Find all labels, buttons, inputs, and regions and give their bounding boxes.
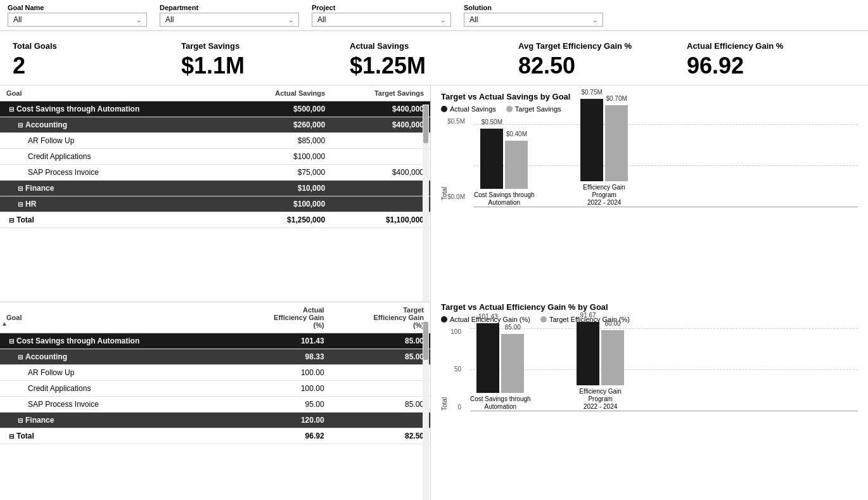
gridline-bottom <box>474 207 858 207</box>
bars-1: $0.75M$0.70M <box>580 99 628 181</box>
bar-1-1: $0.70M <box>605 105 628 181</box>
table-row[interactable]: ⊟Total $1,250,000 $1,100,000 <box>0 212 430 228</box>
cell-name: ⊟Total <box>0 428 231 444</box>
filter-select-2[interactable]: All ⌄ <box>312 13 451 27</box>
cell-actual-eff: 120.00 <box>231 413 330 428</box>
bar2-1-1: 80.00 <box>601 330 624 385</box>
bar2-0-1: 85.00 <box>501 334 524 393</box>
table-row[interactable]: ⊟HR $100,000 <box>0 196 430 212</box>
chart2-bars: 101.4385.00Cost Savings throughAutomatio… <box>470 328 858 411</box>
filter-select-0[interactable]: All ⌄ <box>8 13 147 27</box>
cell-name: ⊟Cost Savings through Automation <box>0 333 231 349</box>
expand-icon: ⊟ <box>9 106 14 113</box>
table-row[interactable]: ⊟Finance 120.00 <box>0 413 430 428</box>
table-row[interactable]: AR Follow Up $85,000 <box>0 132 430 148</box>
expand-icon: ⊟ <box>18 201 23 208</box>
bar-1-0: $0.75M <box>580 99 603 181</box>
scroll-indicator-2[interactable] <box>423 321 429 500</box>
bar2-label-top: 80.00 <box>605 320 621 327</box>
cell-actual: $260,000 <box>232 117 331 132</box>
bar2-group-label-0: Cost Savings throughAutomation <box>470 395 531 411</box>
cell-target-eff: 85.00 <box>331 349 430 365</box>
cell-name: ⊟Accounting <box>0 117 232 132</box>
scroll-indicator-1[interactable] <box>423 105 429 302</box>
legend-dot-0 <box>441 106 447 112</box>
filter-bar: Goal Name All ⌄ Department All ⌄ Project… <box>0 0 868 31</box>
legend-label-1: Target Savings <box>515 105 561 113</box>
cell-actual: $85,000 <box>232 132 331 148</box>
table-row[interactable]: ⊟Total 96.92 82.50 <box>0 428 430 444</box>
cell-target-eff: 82.50 <box>331 428 430 444</box>
y-label-05m: $0.5M <box>442 118 465 125</box>
table-row[interactable]: ⊟Accounting 98.33 85.00 <box>0 349 430 365</box>
kpi-row: Total Goals 2 Target Savings $1.1M Actua… <box>0 31 868 86</box>
col-actual-savings: Actual Savings <box>232 86 331 101</box>
cell-actual: $75,000 <box>232 164 331 180</box>
table-row[interactable]: AR Follow Up 100.00 <box>0 365 430 381</box>
cell-actual: $1,250,000 <box>232 212 331 228</box>
bar2-group-1: 91.6780.00Efficiency Gain Program2022 - … <box>569 322 632 411</box>
bar-label-top: $0.40M <box>506 131 527 138</box>
left-panel: Goal Actual Savings Target Savings ⊟Cost… <box>0 86 431 500</box>
cell-target-eff <box>331 413 430 428</box>
bar-group-1: $0.75M$0.70MEfficiency Gain Program2022 … <box>573 99 636 207</box>
table-row[interactable]: SAP Process Invoice 95.00 85.00 <box>0 397 430 413</box>
chart2-legend: Actual Efficiency Gain (%)Target Efficie… <box>441 316 858 323</box>
kpi-value-4: 96.92 <box>687 53 744 79</box>
bar2-label-top: 85.00 <box>505 324 521 331</box>
filter-select-1[interactable]: All ⌄ <box>160 13 299 27</box>
scroll-thumb-1[interactable] <box>423 105 428 143</box>
chart1-bars: $0.50M$0.40MCost Savings throughAutomati… <box>474 124 858 207</box>
chevron-down-icon-1: ⌄ <box>288 16 293 23</box>
filter-value-2: All <box>317 15 326 24</box>
expand-icon: ⊟ <box>9 217 14 224</box>
cell-target-eff: 85.00 <box>331 397 430 413</box>
gridline2-bottom <box>470 411 858 411</box>
cell-name: AR Follow Up <box>0 365 231 381</box>
cell-name: ⊟Accounting <box>0 349 231 365</box>
filter-select-3[interactable]: All ⌄ <box>464 13 603 27</box>
savings-table-section: Goal Actual Savings Target Savings ⊟Cost… <box>0 86 430 303</box>
chart2-y-title: Total <box>441 360 448 411</box>
bar2-0-0: 101.43 <box>476 323 499 393</box>
cell-target: $1,100,000 <box>331 212 430 228</box>
legend-item-0: Actual Savings <box>441 105 496 113</box>
table-row[interactable]: Credit Applications $100,000 <box>0 148 430 164</box>
filter-label-0: Goal Name <box>8 4 147 11</box>
cell-name: ⊟Cost Savings through Automation <box>0 101 232 117</box>
legend-label-0: Actual Savings <box>450 105 496 113</box>
bar-group-label-0: Cost Savings throughAutomation <box>474 191 535 207</box>
kpi-value-2: $1.25M <box>350 53 426 79</box>
cell-actual-eff: 100.00 <box>231 381 330 397</box>
cell-name: ⊟Finance <box>0 413 231 428</box>
cell-actual-eff: 95.00 <box>231 397 330 413</box>
table-row[interactable]: Credit Applications 100.00 <box>0 381 430 397</box>
bar-0-1: $0.40M <box>505 141 528 189</box>
table-row[interactable]: ⊟Cost Savings through Automation 101.43 … <box>0 333 430 349</box>
bar2-group-label-1: Efficiency Gain Program2022 - 2024 <box>569 388 632 411</box>
bar-0-0: $0.50M <box>480 129 503 189</box>
chart1-legend: Actual SavingsTarget Savings <box>441 105 858 113</box>
expand-icon: ⊟ <box>9 433 14 440</box>
table-row[interactable]: SAP Process Invoice $75,000 $400,000 <box>0 164 430 180</box>
expand-icon: ⊟ <box>9 338 14 345</box>
expand-icon: ⊟ <box>18 354 23 361</box>
filter-value-0: All <box>13 15 22 24</box>
filter-value-1: All <box>165 15 174 24</box>
table-row[interactable]: ⊟Accounting $260,000 $400,000 <box>0 117 430 132</box>
cell-actual: $10,000 <box>232 180 331 196</box>
cell-target <box>331 180 430 196</box>
col-target-eff: TargetEfficiency Gain(%) <box>331 302 430 333</box>
table-row[interactable]: ⊟Finance $10,000 <box>0 180 430 196</box>
table-row[interactable]: ⊟Cost Savings through Automation $500,00… <box>0 101 430 117</box>
bars-0: $0.50M$0.40M <box>480 129 528 189</box>
chart1-title: Target vs Actual Savings by Goal <box>441 92 858 101</box>
filter-label-1: Department <box>160 4 299 11</box>
chart2-section: Target vs Actual Efficiency Gain % by Go… <box>441 302 858 500</box>
bars2-0: 101.4385.00 <box>476 323 524 393</box>
scroll-thumb-2[interactable] <box>423 322 428 360</box>
col-goal-1: Goal <box>0 86 232 101</box>
cell-actual-eff: 101.43 <box>231 333 330 349</box>
cell-name: SAP Process Invoice <box>0 164 232 180</box>
cell-target <box>331 132 430 148</box>
